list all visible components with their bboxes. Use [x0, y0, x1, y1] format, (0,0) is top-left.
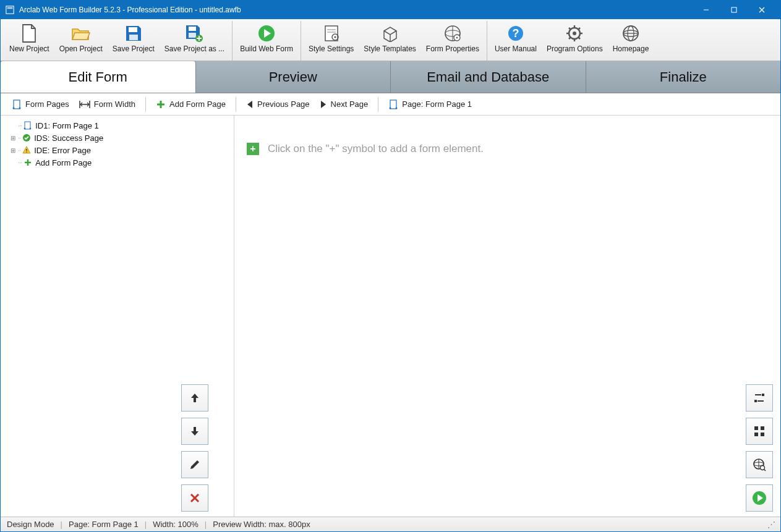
tree-label: ID1: Form Page 1 — [35, 121, 99, 130]
move-up-button[interactable] — [181, 384, 208, 412]
gear-icon — [566, 23, 583, 43]
open-project-button[interactable]: Open Project — [54, 21, 108, 61]
sub-label: Previous Page — [257, 99, 310, 109]
svg-rect-51 — [25, 122, 30, 129]
move-down-button[interactable] — [181, 418, 208, 445]
file-icon — [21, 23, 37, 43]
build-web-form-button[interactable]: Build Web Form — [235, 21, 298, 61]
globe-search-button[interactable] — [746, 451, 773, 478]
form-width-button[interactable]: Form Width — [74, 98, 140, 111]
window-controls — [692, 1, 775, 19]
separator: | — [145, 520, 147, 529]
folder-open-icon — [71, 23, 91, 43]
edit-button[interactable] — [181, 451, 208, 478]
form-properties-button[interactable]: Form Properties — [421, 21, 484, 61]
tree-item-error-page[interactable]: ⊞ ·· IDE: Error Page — [3, 144, 231, 156]
templates-icon — [382, 23, 399, 43]
homepage-button[interactable]: Homepage — [608, 21, 654, 61]
user-manual-button[interactable]: ? User Manual — [490, 21, 542, 61]
titlebar: Arclab Web Form Builder 5.2.3 - Professi… — [1, 1, 780, 19]
save-project-button[interactable]: Save Project — [108, 21, 160, 61]
status-bar: Design Mode | Page: Form Page 1 | Width:… — [1, 517, 780, 531]
add-form-page-button[interactable]: Add Form Page — [151, 98, 231, 111]
editor-panel: + Click on the "+" symbol to add a form … — [234, 116, 780, 517]
toolbar-label: Form Properties — [426, 44, 479, 53]
svg-line-35 — [569, 37, 571, 39]
svg-rect-64 — [754, 400, 757, 402]
window-title: Arclab Web Form Builder 5.2.3 - Professi… — [19, 6, 692, 14]
svg-point-23 — [456, 37, 458, 39]
svg-point-72 — [761, 466, 765, 470]
run-preview-button[interactable] — [746, 484, 773, 512]
svg-rect-40 — [14, 100, 20, 109]
page-icon — [12, 99, 22, 109]
separator — [378, 97, 378, 112]
add-element-hint: + Click on the "+" symbol to add a form … — [247, 143, 768, 155]
tree-dots: ·· — [18, 146, 20, 154]
minimize-button[interactable] — [692, 1, 720, 19]
page-icon — [388, 99, 398, 109]
toolbar-label: New Project — [9, 44, 49, 53]
toolbar-label: Program Options — [547, 44, 603, 53]
tab-edit-form[interactable]: Edit Form — [1, 61, 196, 93]
tab-preview[interactable]: Preview — [196, 61, 391, 93]
tab-email-database[interactable]: Email and Database — [391, 61, 586, 93]
maximize-button[interactable] — [720, 1, 748, 19]
status-width: Width: 100% — [153, 520, 198, 529]
sub-toolbar: Form Pages Form Width Add Form Page Prev… — [1, 93, 780, 116]
tree-item-add-page[interactable]: ··· Add Form Page — [3, 156, 231, 169]
save-project-as-button[interactable]: Save Project as ... — [160, 21, 229, 61]
tree-expander[interactable]: ⊞ — [9, 147, 17, 154]
toolbar-label: Save Project — [113, 44, 155, 53]
toolbar-label: User Manual — [495, 44, 537, 53]
status-preview-width: Preview Width: max. 800px — [213, 520, 310, 529]
globe-icon — [622, 23, 639, 43]
play-icon — [257, 23, 276, 43]
current-page-indicator[interactable]: Page: Form Page 1 — [383, 98, 477, 111]
page-tree: ··· ID1: Form Page 1 ⊞ ·· IDS: Success P… — [3, 119, 231, 169]
toolbar-label: Open Project — [59, 44, 103, 53]
svg-rect-6 — [129, 27, 137, 32]
svg-rect-9 — [189, 33, 196, 38]
svg-point-53 — [30, 128, 32, 130]
svg-line-73 — [764, 470, 766, 471]
status-mode: Design Mode — [7, 520, 54, 529]
svg-line-34 — [578, 28, 580, 30]
tree-dots: ··· — [18, 122, 22, 129]
svg-rect-3 — [732, 7, 736, 12]
grid-button[interactable] — [746, 418, 773, 445]
tree-expander[interactable]: ⊞ — [9, 135, 17, 141]
next-page-button[interactable]: Next Page — [315, 98, 373, 111]
settings-toggle-button[interactable] — [746, 384, 773, 412]
separator — [236, 97, 236, 112]
program-options-button[interactable]: Program Options — [542, 21, 608, 61]
tab-finalize[interactable]: Finalize — [586, 61, 781, 93]
delete-button[interactable] — [181, 484, 208, 512]
svg-rect-48 — [390, 100, 396, 109]
close-button[interactable] — [748, 1, 775, 19]
add-element-button[interactable]: + — [247, 143, 259, 155]
sub-label: Form Width — [94, 99, 135, 109]
globe-gear-icon — [444, 23, 461, 43]
style-templates-button[interactable]: Style Templates — [359, 21, 421, 61]
previous-page-button[interactable]: Previous Page — [241, 98, 315, 111]
plus-icon — [156, 99, 166, 109]
sub-label: Add Form Page — [169, 99, 226, 109]
svg-text:?: ? — [512, 27, 519, 40]
tree-item-form-page[interactable]: ··· ID1: Form Page 1 — [3, 119, 231, 132]
svg-line-33 — [578, 37, 580, 39]
style-settings-button[interactable]: Style Settings — [304, 21, 359, 61]
new-project-button[interactable]: New Project — [4, 21, 54, 61]
svg-rect-62 — [762, 394, 764, 396]
svg-point-18 — [334, 36, 336, 38]
triangle-left-icon — [246, 100, 254, 109]
svg-rect-7 — [129, 35, 138, 40]
resize-grip[interactable]: ⋰ — [767, 520, 774, 529]
svg-point-52 — [24, 128, 26, 130]
tree-expander — [9, 122, 17, 129]
svg-rect-68 — [761, 433, 764, 436]
form-pages-button[interactable]: Form Pages — [7, 98, 74, 111]
svg-point-42 — [19, 107, 21, 109]
svg-rect-65 — [754, 426, 758, 430]
tree-item-success-page[interactable]: ⊞ ·· IDS: Success Page — [3, 132, 231, 144]
